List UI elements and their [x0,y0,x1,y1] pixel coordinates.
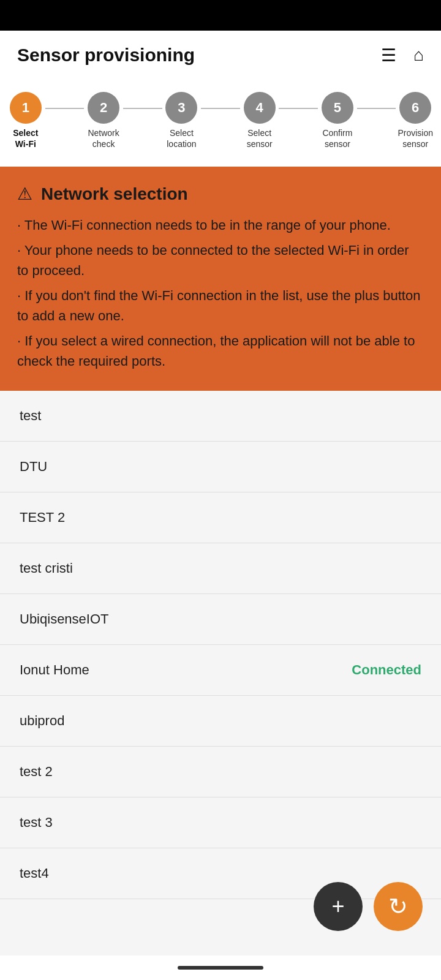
network-name-6: ubiprod [20,713,64,729]
page-title: Sensor provisioning [17,45,195,66]
refresh-button[interactable]: ↻ [374,882,423,931]
step-label-2: Network check [84,127,123,149]
step-label-1: Select Wi-Fi [6,127,45,149]
network-name-1: DTU [20,459,47,475]
header: Sensor provisioning ☰ ⌂ [0,31,441,80]
header-icons: ☰ ⌂ [381,45,424,66]
step-label-3: Select location [162,127,202,149]
step-label-5: Confirm sensor [318,127,357,149]
alert-header: ⚠ Network selection [17,184,424,204]
network-name-3: test cristi [20,560,73,576]
alert-line-2: · Your phone needs to be connected to th… [17,240,424,281]
network-name-5: Ionut Home [20,662,89,678]
network-name-0: test [20,408,41,424]
step-6: 6 Provision sensor [396,92,435,149]
connector-5-6 [357,108,396,109]
step-circle-3[interactable]: 3 [165,92,197,124]
alert-title: Network selection [41,184,188,204]
network-item-4[interactable]: UbiqisenseIOT [0,594,441,645]
network-item-2[interactable]: TEST 2 [0,492,441,543]
alert-banner: ⚠ Network selection · The Wi-Fi connecti… [0,167,441,391]
step-1: 1 Select Wi-Fi [6,92,45,149]
network-name-7: test 2 [20,764,53,780]
network-item-3[interactable]: test cristi [0,543,441,594]
alert-body: · The Wi-Fi connection needs to be in th… [17,215,424,371]
connector-2-3 [123,108,162,109]
step-3: 3 Select location [162,92,202,149]
alert-line-3: · If you don't find the Wi-Fi connection… [17,285,424,326]
step-circle-1[interactable]: 1 [10,92,42,124]
network-item-5[interactable]: Ionut HomeConnected [0,645,441,696]
home-indicator [178,966,263,970]
network-name-8: test 3 [20,815,53,831]
connector-3-4 [201,108,240,109]
network-item-0[interactable]: test [0,391,441,442]
network-name-2: TEST 2 [20,510,65,526]
home-icon[interactable]: ⌂ [413,45,424,65]
network-item-6[interactable]: ubiprod [0,696,441,747]
step-circle-2[interactable]: 2 [88,92,119,124]
stepper: 1 Select Wi-Fi 2 Network check 3 Select … [0,80,441,167]
network-name-9: test4 [20,865,49,881]
connector-1-2 [45,108,85,109]
network-item-8[interactable]: test 3 [0,797,441,848]
network-status-5: Connected [352,662,421,678]
step-circle-4[interactable]: 4 [244,92,276,124]
step-5: 5 Confirm sensor [318,92,357,149]
step-4: 4 Select sensor [240,92,279,149]
warning-icon: ⚠ [17,184,32,204]
step-2: 2 Network check [84,92,123,149]
network-item-7[interactable]: test 2 [0,747,441,797]
step-circle-5[interactable]: 5 [322,92,353,124]
network-item-1[interactable]: DTU [0,442,441,492]
alert-line-4: · If you select a wired connection, the … [17,331,424,371]
add-network-button[interactable]: + [314,882,363,931]
connector-4-5 [279,108,318,109]
network-name-4: UbiqisenseIOT [20,611,109,627]
menu-icon[interactable]: ☰ [381,45,396,66]
bottom-bar [0,956,441,980]
status-bar [0,0,441,31]
step-label-6: Provision sensor [396,127,435,149]
step-circle-6[interactable]: 6 [399,92,431,124]
alert-line-1: · The Wi-Fi connection needs to be in th… [17,215,424,235]
network-list: testDTUTEST 2test cristiUbiqisenseIOTIon… [0,391,441,899]
fab-container: + ↻ [314,882,423,931]
step-label-4: Select sensor [240,127,279,149]
